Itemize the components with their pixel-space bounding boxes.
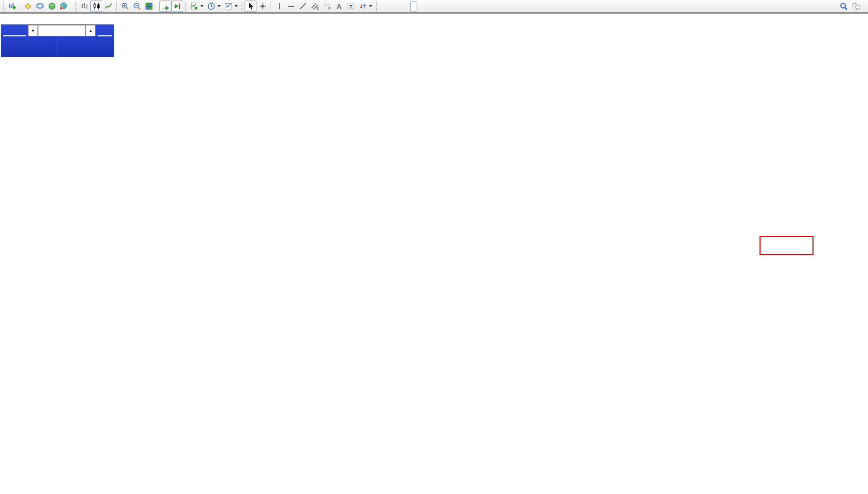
sell-button[interactable] (1, 24, 28, 37)
arrows-button[interactable] (357, 1, 369, 12)
chart-shift-icon (173, 2, 182, 10)
chart-shift-button[interactable] (171, 1, 183, 12)
template-icon (224, 2, 233, 10)
text-icon: A (335, 2, 343, 10)
line-chart-button[interactable] (102, 1, 114, 12)
gold-button[interactable] (22, 1, 34, 12)
macd-label (2, 296, 11, 315)
timeframe-h1-button[interactable] (404, 1, 410, 12)
autotrading-icon (59, 2, 67, 10)
autotrading-button[interactable] (58, 1, 73, 12)
new-order-icon (8, 2, 16, 10)
indicators-button[interactable] (188, 1, 200, 12)
arrows-icon (359, 2, 367, 10)
timeframe-m5-button[interactable] (385, 1, 391, 12)
fibonacci-button[interactable]: F (321, 1, 333, 12)
price-callout-box[interactable] (760, 236, 813, 255)
equidistant-channel-icon: E (311, 2, 319, 10)
timeframe-m30-button[interactable] (398, 1, 404, 12)
cursor-button[interactable] (245, 1, 256, 12)
search-icon (839, 2, 848, 11)
indicators-icon (190, 2, 198, 10)
crosshair-button[interactable] (256, 1, 268, 12)
bar-chart-button[interactable] (78, 1, 90, 12)
toolbar-separator (116, 2, 117, 11)
search-button[interactable] (838, 1, 850, 12)
periods-dropdown-caret[interactable] (218, 5, 221, 7)
mt4-terminal: E F A T (0, 0, 868, 494)
toolbar-separator (270, 2, 271, 11)
periods-button[interactable] (205, 1, 217, 12)
candlestick-chart-button[interactable] (90, 1, 102, 12)
toolbar-grip[interactable] (75, 2, 76, 11)
trendline-button[interactable] (297, 1, 309, 12)
buy-underline (98, 35, 112, 36)
sell-underline (3, 35, 26, 36)
toolbar-grip[interactable] (376, 2, 377, 11)
zoom-out-button[interactable] (131, 1, 143, 12)
text-label-button[interactable]: T (345, 1, 357, 12)
signal-button[interactable] (46, 1, 58, 12)
vertical-line-button[interactable] (273, 1, 285, 12)
chat-icon (851, 2, 861, 11)
signal-icon (48, 2, 56, 10)
zoom-in-icon (121, 2, 129, 10)
tile-windows-icon (145, 2, 153, 10)
tile-windows-button[interactable] (143, 1, 155, 12)
arrows-dropdown-caret[interactable] (369, 5, 372, 7)
toolbar-grip[interactable] (3, 2, 4, 11)
timeframe-w1-button[interactable] (423, 1, 429, 12)
auto-scroll-icon (161, 2, 170, 10)
rsi-label (2, 401, 10, 420)
clock-icon (207, 2, 215, 10)
sell-price[interactable] (1, 37, 58, 57)
buy-button[interactable] (96, 24, 114, 37)
vertical-line-icon (275, 2, 283, 10)
fibonacci-icon: F (323, 2, 331, 10)
timeframe-d1-button[interactable] (416, 1, 423, 12)
timeframe-m1-button[interactable] (379, 1, 385, 12)
timeframe-mn-button[interactable] (429, 1, 435, 12)
gold-icon (24, 2, 32, 10)
auto-scroll-button[interactable] (159, 1, 171, 12)
svg-text:E: E (316, 7, 319, 10)
svg-text:F: F (328, 7, 330, 10)
chart-canvas[interactable] (0, 0, 868, 494)
new-order-button[interactable] (6, 1, 22, 12)
text-button[interactable]: A (333, 1, 345, 12)
horizontal-line-button[interactable] (285, 1, 297, 12)
text-label-icon: T (347, 2, 355, 10)
svg-text:A: A (336, 3, 342, 10)
toolbar-grip[interactable] (241, 2, 242, 11)
toolbar-separator (157, 2, 157, 11)
terminal-button[interactable] (34, 1, 46, 12)
volume-input[interactable] (38, 25, 86, 36)
monitor-icon (36, 2, 44, 10)
bar-chart-icon (80, 2, 89, 10)
toolbar-separator (185, 2, 186, 11)
zoom-out-icon (133, 2, 141, 10)
line-chart-icon (104, 2, 113, 10)
indicators-dropdown-caret[interactable] (200, 5, 204, 7)
trendline-icon (299, 2, 307, 10)
timeframe-h4-button[interactable] (410, 1, 416, 12)
svg-text:T: T (349, 4, 352, 9)
timeframe-m15-button[interactable] (391, 1, 398, 12)
horizontal-line-icon (287, 2, 295, 10)
cursor-icon (247, 2, 255, 10)
one-click-trading-panel: ▼ ▲ (1, 24, 114, 57)
chat-button[interactable] (850, 1, 863, 12)
candlestick-chart-icon (92, 2, 101, 10)
buy-price[interactable] (58, 37, 115, 57)
volume-decrease-button[interactable]: ▼ (28, 25, 38, 36)
volume-increase-button[interactable]: ▲ (86, 25, 96, 36)
templates-dropdown-caret[interactable] (235, 5, 238, 7)
zoom-in-button[interactable] (119, 1, 131, 12)
crosshair-icon (259, 2, 267, 10)
templates-button[interactable] (222, 1, 234, 12)
equidistant-channel-button[interactable]: E (309, 1, 321, 12)
toolbar: E F A T (0, 0, 868, 14)
